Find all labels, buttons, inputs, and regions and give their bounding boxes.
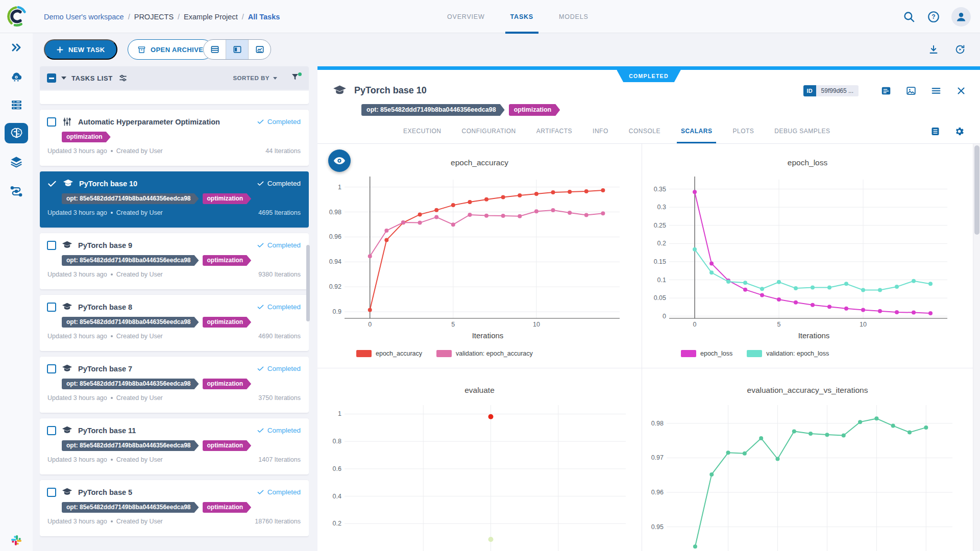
legend-item[interactable]: validation: epoch_loss [747, 350, 829, 357]
user-avatar[interactable] [951, 7, 971, 27]
breadcrumb-item[interactable]: All Tasks [248, 13, 280, 21]
tag[interactable]: optimization [203, 379, 252, 389]
detail-tab-console[interactable]: CONSOLE [629, 119, 660, 143]
legend-item[interactable]: epoch_accuracy [356, 350, 422, 357]
legend-item[interactable]: validation: epoch_accuracy [436, 350, 533, 357]
open-archive-button[interactable]: OPEN ARCHIVE [128, 39, 213, 60]
tag[interactable]: opt: 85e5482ddd7149b8ba0446356eedca98 [62, 317, 199, 328]
close-icon[interactable] [955, 85, 967, 96]
detail-scrollbar-thumb[interactable] [974, 145, 979, 235]
sidebar-item-datasets[interactable] [0, 147, 33, 176]
expand-rail-button[interactable] [0, 33, 33, 62]
tag[interactable]: optimization [62, 132, 111, 142]
nav-tab-overview[interactable]: OVERVIEW [445, 0, 487, 33]
chart-plot-epoch_accuracy[interactable]: 0.90.920.940.960.9810510Iterations [317, 170, 641, 346]
tag[interactable]: opt: 85e5482ddd7149b8ba0446356eedca98 [62, 193, 199, 204]
legend-item[interactable]: epoch_loss [681, 350, 732, 357]
task-card-partial[interactable] [40, 91, 309, 104]
sorted-by-button[interactable]: SORTED BY [233, 75, 277, 81]
task-row-4[interactable]: PyTorch base 7Completedopt: 85e5482ddd71… [40, 357, 309, 413]
detail-tab-scalars[interactable]: SCALARS [681, 119, 713, 143]
task-row-6[interactable]: PyTorch base 5Completedopt: 85e5482ddd71… [40, 480, 309, 536]
tag[interactable]: opt: 85e5482ddd7149b8ba0446356eedca98 [62, 379, 199, 389]
task-name[interactable]: PyTorch base 11 [78, 427, 136, 435]
task-name[interactable]: PyTorch base 10 [79, 180, 137, 188]
split-view-button[interactable] [226, 40, 248, 59]
chart-plot-evaluate[interactable]: 0.20.40.60.81 [317, 401, 641, 551]
tune-icon[interactable] [118, 73, 128, 83]
tag[interactable]: optimization [203, 440, 252, 451]
breadcrumb-item[interactable]: Demo User's workspace [44, 13, 124, 21]
chart-plot-epoch_loss[interactable]: 00.050.10.150.20.250.30.350510Iterations [642, 170, 973, 346]
slack-icon[interactable] [11, 535, 22, 546]
tag[interactable]: opt: 85e5482ddd7149b8ba0446356eedca98 [62, 440, 199, 451]
experiment-icon [62, 363, 72, 374]
menu-icon[interactable] [930, 85, 942, 96]
image-icon[interactable] [905, 85, 917, 96]
row-checkbox[interactable] [47, 364, 56, 373]
search-icon[interactable] [902, 10, 916, 23]
chart-cell-epoch-loss[interactable]: epoch_loss00.050.10.150.20.250.30.350510… [642, 144, 973, 368]
clearml-logo-icon[interactable] [5, 5, 29, 28]
sidebar-item-queues[interactable] [0, 90, 33, 119]
task-row-5[interactable]: PyTorch base 11Completedopt: 85e5482ddd7… [40, 418, 309, 474]
task-row-2[interactable]: PyTorch base 9Completedopt: 85e5482ddd71… [40, 233, 309, 289]
chart-cell-evaluate[interactable]: evaluate0.20.40.60.81 [317, 368, 642, 551]
row-checkbox[interactable] [47, 426, 56, 435]
tasks-scroll-area[interactable]: Automatic Hyperparameter OptimizationCom… [40, 90, 309, 551]
detail-tab-plots[interactable]: PLOTS [732, 119, 754, 143]
filter-button[interactable] [290, 72, 302, 84]
detail-tab-info[interactable]: INFO [593, 119, 608, 143]
auto-refresh-icon[interactable] [954, 44, 966, 55]
tag[interactable]: optimization [203, 502, 252, 513]
detail-tab-execution[interactable]: EXECUTION [403, 119, 442, 143]
sidebar-item-projects[interactable] [0, 119, 33, 147]
row-checkbox[interactable] [47, 241, 56, 250]
tag[interactable]: optimization [203, 193, 252, 204]
detail-tag[interactable]: optimization [509, 104, 560, 116]
detail-tab-artifacts[interactable]: ARTIFACTS [536, 119, 572, 143]
detail-tabs: EXECUTIONCONFIGURATIONARTIFACTSINFOCONSO… [317, 119, 980, 144]
task-name[interactable]: PyTorch base 9 [78, 241, 132, 249]
sidebar-item-pipelines[interactable] [0, 176, 33, 205]
task-name[interactable]: Automatic Hyperparameter Optimization [78, 118, 220, 126]
tag[interactable]: opt: 85e5482ddd7149b8ba0446356eedca98 [62, 502, 199, 513]
chart-cell-evaluation-accuracy[interactable]: evaluation_accuracy_vs_iterations0.950.9… [642, 368, 973, 551]
new-task-button[interactable]: NEW TASK [44, 39, 117, 60]
tag[interactable]: optimization [203, 255, 252, 266]
row-selected-check-icon[interactable] [47, 179, 57, 189]
task-row-1[interactable]: PyTorch base 10Completedopt: 85e5482ddd7… [40, 171, 309, 228]
task-id-badge[interactable]: ID 59f99d65 ... [803, 85, 859, 96]
task-name[interactable]: PyTorch base 7 [78, 365, 132, 373]
chart-plot-evaluation_accuracy_vs_iterations[interactable]: 0.950.960.970.98 [642, 401, 973, 551]
select-dropdown-caret-icon[interactable] [61, 77, 66, 80]
task-name[interactable]: PyTorch base 8 [78, 303, 132, 311]
metrics-table-icon[interactable] [930, 126, 941, 137]
detail-tab-debug-samples[interactable]: DEBUG SAMPLES [774, 119, 830, 143]
settings-gear-icon[interactable] [954, 126, 965, 137]
detail-tab-configuration[interactable]: CONFIGURATION [462, 119, 516, 143]
select-all-checkbox[interactable] [47, 73, 56, 83]
task-row-3[interactable]: PyTorch base 8Completedopt: 85e5482ddd71… [40, 295, 309, 351]
sidebar-item-dashboard[interactable] [0, 62, 33, 90]
nav-tab-tasks[interactable]: TASKS [508, 0, 535, 33]
download-icon[interactable] [928, 44, 939, 55]
detail-scrollbar[interactable] [973, 144, 980, 551]
row-checkbox[interactable] [47, 488, 56, 497]
table-view-button[interactable] [204, 40, 226, 59]
tasks-list-scrollbar[interactable] [306, 245, 310, 321]
row-checkbox[interactable] [47, 117, 56, 127]
task-name[interactable]: PyTorch base 5 [78, 488, 132, 496]
tag[interactable]: opt: 85e5482ddd7149b8ba0446356eedca98 [62, 255, 199, 266]
hide-metrics-button[interactable] [328, 149, 351, 172]
task-details-icon[interactable] [880, 85, 892, 96]
row-checkbox[interactable] [47, 303, 56, 312]
task-row-0[interactable]: Automatic Hyperparameter OptimizationCom… [40, 110, 309, 166]
help-icon[interactable]: ? [927, 10, 940, 23]
tag[interactable]: optimization [203, 317, 252, 328]
nav-tab-models[interactable]: MODELS [557, 0, 591, 33]
legend-swatch [681, 350, 696, 357]
chart-cell-epoch-accuracy[interactable]: epoch_accuracy0.90.920.940.960.9810510It… [317, 144, 642, 368]
chart-view-button[interactable] [248, 40, 271, 59]
detail-tag[interactable]: opt: 85e5482ddd7149b8ba0446356eedca98 [361, 104, 505, 116]
